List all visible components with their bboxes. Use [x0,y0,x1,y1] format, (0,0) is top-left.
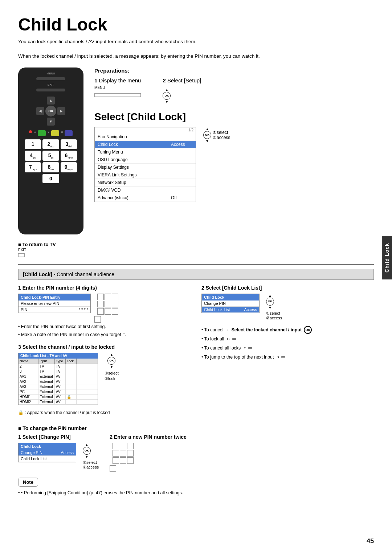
prep-step2: 2 Select [Setup] ▲ OK ▼ [163,77,201,104]
dpad-left[interactable]: ◀ [36,107,44,115]
ch-type: AV [55,389,66,394]
pin-table: Child Lock-PIN Entry Please enter new PI… [18,294,91,313]
ch-input: External [38,384,55,389]
new-pin-cell-1 [113,443,119,449]
childlock-list-row: Child Lock Change PINChild Lock ListAcce… [201,294,374,320]
new-pin-entry-grid [113,443,134,464]
note-text: • Performing [Shipping Condition] (p. 47… [18,489,374,497]
channel-table-header: Child Lock List - TV and AV [19,353,98,359]
ch-name: 2 [19,364,38,369]
pin-cell-8 [105,308,111,315]
pin-entry-grid [97,294,118,315]
menu-label: MENU [46,72,55,75]
b-label: B [61,130,63,136]
y-key-label: Y [244,345,246,351]
note-item: • Performing [Shipping Condition] (p. 47… [18,489,374,497]
pin-bullet1: Enter the PIN number twice at first sett… [18,323,191,331]
menu-row-value: Access [171,142,193,147]
ch-name: AV3 [19,384,38,389]
change-pin-row-item: Child Lock List [19,456,76,462]
pin-cell-3 [112,294,118,300]
ch-type: AV [55,384,66,389]
change-pin-section: ■ To change the PIN number 1 Select [Cha… [18,425,374,472]
ch-input: External [38,400,55,404]
menu-row-label: Eco Navigation [98,134,171,139]
to-jump-label: • To jump to the top of the next input [201,353,274,362]
ch-lock [66,384,77,389]
channel-table-row: AV3ExternalAV [19,384,98,389]
banner-sub: - Control channel audience [52,271,114,277]
menu-button[interactable] [36,77,65,80]
blue-button[interactable] [65,130,73,136]
childlock-list-table: Child Lock Change PINChild Lock ListAcce… [201,294,260,313]
ch-input: External [38,374,55,379]
new-pin-cell-8 [120,457,126,464]
step2-right-section: 2 Select [Child Lock List] Child Lock Ch… [201,285,374,320]
exit-button[interactable] [36,89,65,91]
cp-label: Child Lock List [21,457,74,461]
setup-menu-table: 1/2 Eco NavigationChild LockAccessTuning… [94,127,196,202]
ok-icon[interactable]: OK [304,326,312,334]
num-0[interactable]: 0 [42,174,59,183]
menu-row-value [171,134,193,139]
ch-type: TV [55,369,66,374]
menu-row: OSD Language [95,156,196,164]
to-jump-item: • To jump to the top of the next input B [201,353,374,362]
num-2[interactable]: 2abc [42,139,59,150]
dpad: ▲ ▼ ◀ ▶ OK [36,97,65,126]
num-8[interactable]: 8tuv [42,162,59,172]
new-pin-cell-4 [113,450,119,457]
num-4[interactable]: 4ghi [25,151,41,161]
change-pin-table-row: Child Lock Change PINAccessChild Lock Li… [18,443,99,470]
to-lock-all-label: • To lock all [201,335,224,344]
channel-nav: ▲ OK ▼ [105,353,119,369]
prep-step1: 1 Display the menu MENU [94,77,141,104]
exit-key-icon[interactable] [18,253,25,257]
menu-row-label: Display Settings [98,165,171,170]
dpad-down[interactable]: ▼ [47,118,55,126]
exit-key-label: EXIT [18,248,374,252]
ch-name: HDMI2 [19,400,38,404]
red-button[interactable] [29,130,32,133]
new-pin-cell-5 [120,450,126,457]
menu-key-icon[interactable] [94,93,141,97]
to-cancel-all-item: • To cancel all locks Y [201,344,374,353]
dpad-up[interactable]: ▲ [47,97,55,105]
menu-row-label: OSD Language [98,157,171,162]
step1-pin-section: 1 Enter the PIN number (4 digits) Child … [18,285,191,339]
to-cancel-action: Select the locked channel / input [231,326,302,335]
cl-label: Change PIN [204,301,257,306]
y-key-button[interactable] [248,347,252,349]
step3-section: 3 Select the channel / input to be locke… [18,344,191,415]
g-key-button[interactable] [232,338,236,340]
menu-row-value [171,180,193,185]
menu-row-label: Advance(isfccc) [98,195,171,200]
ok-button[interactable]: OK [45,106,56,116]
channel-table-row: 2TVTV [19,364,98,369]
preparations-title: Preparations: [94,68,374,74]
ch-lock [66,364,77,369]
b-key-button[interactable] [281,356,285,358]
access-label: ②access [213,135,230,140]
num-1[interactable]: 1 [25,139,41,150]
new-pin-cell-6 [127,450,134,457]
banner-text: [Child Lock] [23,271,52,277]
num-5[interactable]: 5jkl [42,151,59,161]
num-7[interactable]: 7pqrs [25,162,41,172]
ch-lock [66,379,77,384]
num-9[interactable]: 9wxyz [61,162,77,172]
channel-table-row: Child Lock List - TV and AV Name Input T… [18,353,191,408]
num-3[interactable]: 3def [61,139,77,150]
pin-table-container: Child Lock-PIN Entry Please enter new PI… [18,294,91,316]
select-nav: ▲ OK ▼ ①select ②access [203,127,230,143]
ch-name: AV1 [19,374,38,379]
childlock-nav: ▲ OK ▼ ①select ②access [266,294,282,320]
num-6[interactable]: 6mno [61,151,77,161]
dpad-right[interactable]: ▶ [57,107,65,115]
select-childlock-content: 1/2 Eco NavigationChild LockAccessTuning… [94,127,374,202]
ok-nav-icon: ▲ OK ▼ [163,88,201,104]
green-button[interactable] [38,130,46,136]
yellow-button[interactable] [51,130,59,136]
menu-row-label: VIERA Link Settings [98,172,171,177]
menu-table: 1/2 Eco NavigationChild LockAccessTuning… [94,127,196,202]
